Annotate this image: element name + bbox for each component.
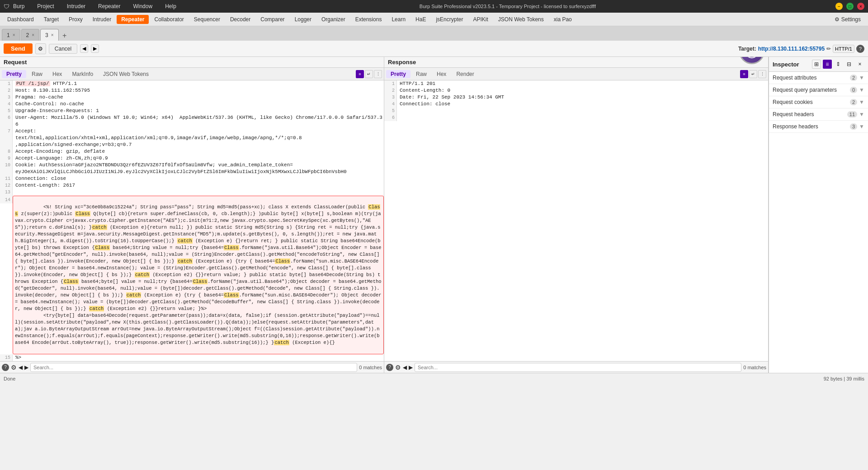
response-tab-render[interactable]: Render [452, 70, 478, 78]
inspector-section-0[interactable]: Request attributes 2 ▼ [769, 72, 868, 84]
nav-target[interactable]: Target [39, 15, 63, 24]
inspector-view-2[interactable]: ≡ [823, 60, 832, 69]
request-tab-hex[interactable]: Hex [48, 70, 66, 78]
response-help-icon[interactable]: ? [386, 364, 393, 371]
menu-repeater[interactable]: Repeater [94, 2, 124, 10]
request-view-wrap[interactable]: ↵ [365, 70, 373, 78]
request-search-next-icon[interactable]: ▶ [24, 364, 28, 371]
resp-code-line-1: 1 HTTP/1.1 201 [384, 80, 768, 87]
inspector-section-1[interactable]: Request query parameters 0 ▼ [769, 84, 868, 96]
code-line-6: 6 User-Agent: Mozilla/5.0 (Windows NT 10… [0, 114, 384, 128]
inspector-section-4[interactable]: Response headers 3 ▼ [769, 121, 868, 133]
request-view-more[interactable]: ⋮ [374, 70, 382, 78]
send-button[interactable]: Send [4, 43, 33, 54]
response-code-area[interactable]: 1 HTTP/1.1 201 2 Content-Length: 0 3 Dat… [384, 80, 768, 361]
inspector-section-count-0: 2 [850, 75, 857, 81]
nav-logger[interactable]: Logger [290, 15, 316, 24]
nav-learn[interactable]: Learn [387, 15, 410, 24]
response-stats: 92 bytes | 39 millis [824, 376, 864, 381]
response-search-input[interactable] [415, 363, 741, 372]
close-button[interactable]: × [857, 3, 864, 10]
request-tab-raw[interactable]: Raw [27, 70, 47, 78]
nav-repeater[interactable]: Repeater [117, 15, 149, 24]
http-version-button[interactable]: HTTP/1 [833, 45, 854, 53]
cancel-button[interactable]: Cancel [49, 44, 77, 54]
request-search-settings-icon[interactable]: ⚙ [11, 364, 17, 371]
response-view-lines[interactable]: ≡ [740, 70, 748, 78]
request-search-prev-icon[interactable]: ◀ [19, 364, 23, 371]
maximize-button[interactable]: □ [846, 3, 854, 10]
inspector-section-title-3: Request headers [773, 111, 814, 118]
menu-intruder[interactable]: Intruder [63, 2, 89, 10]
nav-collaborator[interactable]: Collaborator [150, 15, 188, 24]
tab-2[interactable]: 2 × [21, 29, 40, 41]
burp-logo-icon [745, 57, 759, 59]
inspector-collapse-icon[interactable]: ⊟ [844, 60, 854, 69]
menu-window[interactable]: Window [129, 2, 156, 10]
response-search-count: 0 matches [743, 365, 766, 370]
response-tab-raw[interactable]: Raw [411, 70, 431, 78]
code-line-7b: text/html,application/xhtml+xml,applicat… [0, 135, 384, 141]
request-search-input[interactable] [30, 363, 357, 372]
response-tab-row: Pretty Raw Hex Render ≡ ↵ ⋮ [384, 68, 768, 80]
response-search-settings-icon[interactable]: ⚙ [395, 364, 401, 371]
response-view-wrap[interactable]: ↵ [749, 70, 757, 78]
response-search-prev-icon[interactable]: ◀ [403, 364, 407, 371]
inspector-view-1[interactable]: ⊞ [812, 60, 821, 69]
titlebar-controls[interactable]: − □ × [835, 3, 864, 10]
menu-project[interactable]: Project [33, 2, 57, 10]
request-tab-markinfo[interactable]: MarkInfo [67, 70, 98, 78]
tab-add-button[interactable]: + [60, 31, 70, 41]
resp-code-line-2: 2 Content-Length: 0 [384, 87, 768, 94]
nav-dashboard[interactable]: Dashboard [3, 15, 38, 24]
nav-proxy[interactable]: Proxy [64, 15, 87, 24]
nav-organizer[interactable]: Organizer [317, 15, 350, 24]
request-view-lines[interactable]: ≡ [356, 70, 364, 78]
response-view-more[interactable]: ⋮ [758, 70, 766, 78]
nav-xiapao[interactable]: xia Pao [549, 15, 576, 24]
inspector-section-chevron-1: ▼ [859, 87, 864, 93]
help-icon[interactable]: ? [856, 45, 864, 53]
nav-sequencer[interactable]: Sequencer [189, 15, 225, 24]
settings-icon[interactable]: ⚙ [35, 43, 46, 54]
inspector-section-3[interactable]: Request headers 11 ▼ [769, 108, 868, 121]
next-button[interactable]: ▶ [91, 44, 99, 53]
inspector-section-2[interactable]: Request cookies 2 ▼ [769, 96, 868, 108]
tab-2-close[interactable]: × [32, 33, 34, 38]
prev-button[interactable]: ◀ [80, 44, 88, 53]
inspector-icon-group: ⊞ ≡ ⇕ ⊟ × [812, 60, 864, 69]
tab-1-close[interactable]: × [13, 33, 15, 38]
request-tab-jsonwebtoken[interactable]: JSON Web Tokens [99, 70, 153, 78]
inspector-align-icon[interactable]: ⇕ [834, 60, 843, 69]
nav-decoder[interactable]: Decoder [226, 15, 255, 24]
tab-1[interactable]: 1 × [2, 29, 20, 41]
tab-3-close[interactable]: × [51, 33, 54, 38]
nav-comparer[interactable]: Comparer [256, 15, 289, 24]
nav-jsonwebtoken[interactable]: JSON Web Tokens [494, 15, 548, 24]
minimize-button[interactable]: − [835, 3, 843, 10]
request-help-icon[interactable]: ? [2, 364, 9, 371]
menu-help[interactable]: Help [161, 2, 180, 10]
code-line-10: 10 Cookie: AuthSession=aGFjazo2NTBDNDU3Q… [0, 162, 384, 175]
edit-target-icon[interactable]: ✏ [826, 46, 831, 52]
code-line-8: 8 Accept-Encoding: gzip, deflate [0, 148, 384, 155]
response-tab-hex[interactable]: Hex [432, 70, 451, 78]
nav-intruder[interactable]: Intruder [88, 15, 116, 24]
nav-extensions[interactable]: Extensions [351, 15, 387, 24]
inspector-section-chevron-0: ▼ [859, 75, 864, 81]
tab-3[interactable]: 3 × [40, 29, 59, 41]
nav-hae[interactable]: HaE [411, 15, 430, 24]
response-tab-pretty[interactable]: Pretty [386, 70, 410, 78]
nav-apikit[interactable]: APIKit [468, 15, 492, 24]
response-search-next-icon[interactable]: ▶ [409, 364, 413, 371]
nav-settings[interactable]: ⚙ Settings [830, 15, 865, 24]
nav-jsencrypter[interactable]: jsEncrypter [431, 15, 467, 24]
request-code-area[interactable]: 1 PUT /1.jsp/ HTTP/1.1 2 Host: 8.130.111… [0, 80, 384, 361]
request-tab-pretty[interactable]: Pretty [2, 70, 26, 78]
menu-burp[interactable]: Burp [9, 2, 28, 10]
titlebar-menu[interactable]: Burp Project Intruder Repeater Window He… [9, 2, 180, 10]
code-line-2: 2 Host: 8.130.111.162:55795 [0, 87, 384, 94]
inspector-section-title-0: Request attributes [773, 75, 816, 81]
inspector-close-icon[interactable]: × [855, 60, 864, 69]
inspector-section-count-3: 11 [847, 111, 857, 118]
